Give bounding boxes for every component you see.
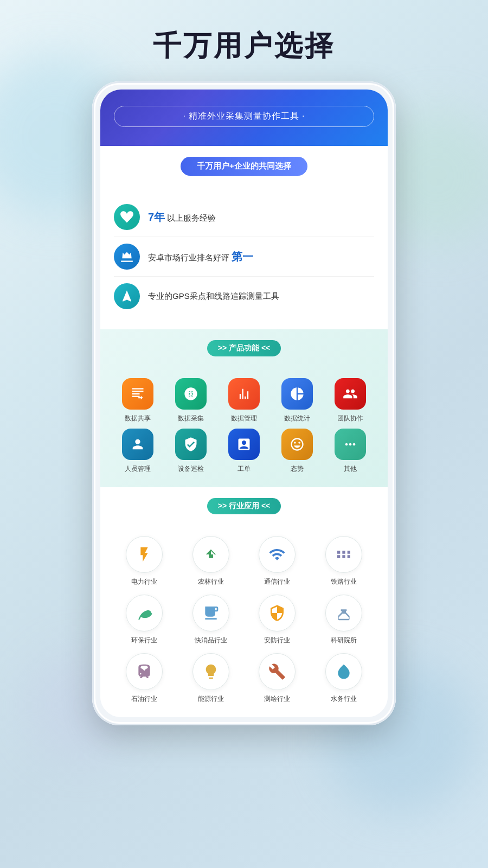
product-item-inspection[interactable]: 设备巡检	[165, 429, 216, 474]
industry-title-row: >> 行业应用 <<	[111, 498, 377, 525]
data-share-label: 数据共享	[125, 414, 151, 423]
data-share-icon	[130, 386, 145, 401]
survey-icon-circle	[259, 653, 296, 690]
product-badge: >> 产品功能 <<	[207, 340, 281, 356]
energy-label: 能源行业	[198, 694, 224, 704]
feature-item-3: 专业的GPS采点和线路追踪测量工具	[114, 277, 374, 316]
forest-icon	[202, 546, 220, 563]
page-title: 千万用户选择	[0, 0, 488, 81]
industry-grid: 电力行业 农林行业	[111, 536, 377, 704]
industry-item-research[interactable]: 科研院所	[312, 595, 376, 645]
data-stats-label: 数据统计	[284, 414, 310, 423]
data-collect-icon-circle	[175, 378, 207, 410]
personnel-icon-circle	[122, 429, 153, 460]
industry-item-survey[interactable]: 测绘行业	[245, 653, 309, 704]
feature-text-2: 安卓市场行业排名好评 第一	[148, 248, 253, 265]
team-icon	[343, 386, 358, 401]
industry-item-fmcg[interactable]: 快消品行业	[179, 595, 243, 645]
product-item-data-collect[interactable]: 数据采集	[165, 378, 216, 423]
data-manage-label: 数据管理	[231, 414, 257, 423]
personnel-label: 人员管理	[125, 464, 151, 474]
product-item-data-stats[interactable]: 数据统计	[272, 378, 322, 423]
product-item-other[interactable]: 其他	[325, 429, 375, 474]
telecom-label: 通信行业	[264, 577, 290, 586]
industry-item-telecom[interactable]: 通信行业	[245, 536, 309, 586]
product-item-team[interactable]: 团队协作	[325, 378, 375, 423]
industry-item-security[interactable]: 安防行业	[245, 595, 309, 645]
agriculture-icon-circle	[192, 536, 229, 573]
power-icon-circle	[126, 536, 163, 573]
feature-icon-3	[114, 283, 140, 309]
railway-icon	[335, 546, 352, 563]
telecom-icon-circle	[259, 536, 296, 573]
industry-item-agriculture[interactable]: 农林行业	[179, 536, 243, 586]
industry-item-water[interactable]: 水务行业	[312, 653, 376, 704]
eco-icon	[136, 604, 153, 622]
feature-highlight-1: 7年	[148, 211, 165, 223]
shield-check-icon	[183, 437, 198, 452]
bulb-icon	[202, 663, 220, 680]
feature-icon-2	[114, 244, 140, 270]
product-title-row: >> 产品功能 <<	[111, 340, 377, 367]
workorder-icon	[236, 437, 252, 452]
team-icon-circle	[335, 378, 366, 410]
other-label: 其他	[344, 464, 357, 474]
feature-text-1: 7年 以上服务经验	[148, 209, 216, 225]
data-collect-label: 数据采集	[178, 414, 204, 423]
industry-item-railway[interactable]: 铁路行业	[312, 536, 376, 586]
product-item-workorder[interactable]: 工单	[219, 429, 269, 474]
feature-icon-1	[114, 204, 140, 230]
product-item-data-manage[interactable]: 数据管理	[219, 378, 269, 423]
signal-icon	[268, 546, 286, 563]
package-icon	[202, 604, 220, 622]
industry-item-oil[interactable]: 石油行业	[112, 653, 176, 704]
water-drop-icon	[335, 663, 352, 680]
energy-icon-circle	[192, 653, 229, 690]
product-item-personnel[interactable]: 人员管理	[112, 429, 163, 474]
env-icon-circle	[126, 595, 163, 631]
card-header-row: 千万用户+企业的共同选择	[114, 157, 374, 187]
research-icon-circle	[325, 595, 362, 631]
feature-item-2: 安卓市场行业排名好评 第一	[114, 237, 374, 277]
inspection-icon-circle	[175, 429, 207, 460]
product-icon-grid: 数据共享 数据采集	[111, 378, 377, 474]
industry-item-power[interactable]: 电力行业	[112, 536, 176, 586]
product-item-situation[interactable]: 态势	[272, 429, 322, 474]
workorder-icon-circle	[228, 429, 260, 460]
security-icon	[268, 604, 286, 622]
navigation-icon	[120, 289, 134, 303]
fmcg-label: 快消品行业	[195, 636, 227, 645]
data-manage-icon-circle	[228, 378, 260, 410]
security-label: 安防行业	[264, 636, 290, 645]
oil-icon	[136, 663, 153, 680]
phone-wrapper: 精准外业采集测量协作工具 千万用户+企业的共同选择 7年 以上服	[0, 81, 488, 725]
phone-mockup: 精准外业采集测量协作工具 千万用户+企业的共同选择 7年 以上服	[92, 81, 396, 725]
industry-item-env[interactable]: 环保行业	[112, 595, 176, 645]
product-section: >> 产品功能 << 数据共享	[100, 329, 388, 487]
inspection-label: 设备巡检	[178, 464, 204, 474]
feature-highlight-2: 第一	[232, 251, 253, 263]
security-icon-circle	[259, 595, 296, 631]
product-item-data-share[interactable]: 数据共享	[112, 378, 163, 423]
bar-chart-icon	[236, 386, 252, 401]
data-collect-icon	[183, 386, 198, 401]
data-share-icon-circle	[122, 378, 153, 410]
crown-icon	[120, 250, 134, 264]
banner-subtitle: 精准外业采集测量协作工具	[114, 106, 374, 127]
pie-chart-icon	[290, 386, 305, 401]
feature-item-1: 7年 以上服务经验	[114, 197, 374, 237]
feature-text-3: 专业的GPS采点和线路追踪测量工具	[148, 290, 279, 303]
power-label: 电力行业	[131, 577, 157, 586]
industry-item-energy[interactable]: 能源行业	[179, 653, 243, 704]
team-label: 团队协作	[337, 414, 363, 423]
agriculture-label: 农林行业	[198, 577, 224, 586]
situation-icon	[290, 437, 305, 452]
data-stats-icon-circle	[281, 378, 313, 410]
phone-screen: 精准外业采集测量协作工具 千万用户+企业的共同选择 7年 以上服	[100, 90, 388, 717]
fmcg-icon-circle	[192, 595, 229, 631]
person-icon	[130, 437, 145, 452]
lightning-icon	[136, 546, 153, 563]
water-label: 水务行业	[331, 694, 357, 704]
water-icon-circle	[325, 653, 362, 690]
railway-label: 铁路行业	[331, 577, 357, 586]
